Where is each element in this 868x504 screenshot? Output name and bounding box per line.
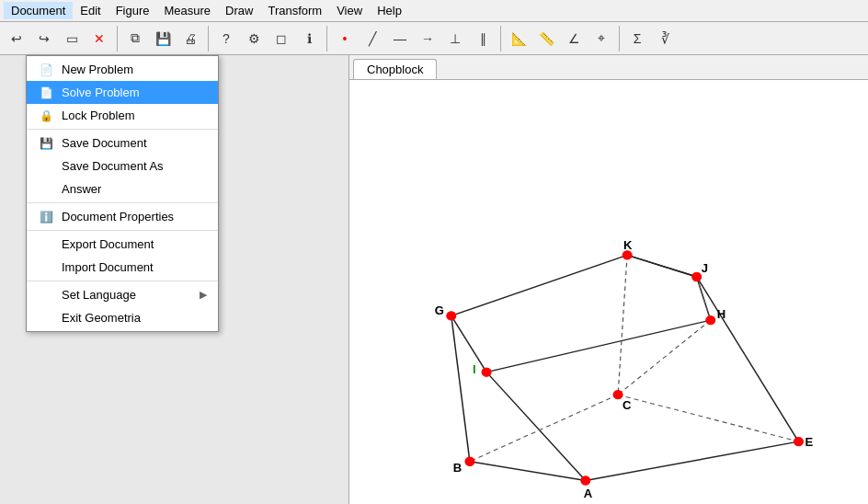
menu-figure[interactable]: Figure xyxy=(108,2,157,19)
svg-point-17 xyxy=(465,457,474,465)
geometry-canvas: A B C E G H I J K xyxy=(349,80,868,503)
svg-line-5 xyxy=(451,315,470,461)
doc-icon: 📄 xyxy=(38,63,54,76)
svg-text:B: B xyxy=(453,462,462,475)
svg-text:E: E xyxy=(805,436,814,449)
svg-text:A: A xyxy=(584,488,592,501)
svg-line-4 xyxy=(451,255,627,315)
solve-icon: 📄 xyxy=(38,86,54,99)
toolbar-calc2[interactable]: ∛ xyxy=(652,26,678,52)
svg-line-6 xyxy=(451,315,486,372)
svg-point-20 xyxy=(447,312,456,320)
svg-text:G: G xyxy=(435,304,444,317)
left-panel: 📄 New Problem 📄 Solve Problem 🔒 Lock Pro… xyxy=(0,55,349,504)
toolbar-parallel[interactable]: ∥ xyxy=(470,26,496,52)
menu-item-export-document[interactable]: Export Document xyxy=(27,233,218,256)
menu-item-document-properties[interactable]: ℹ️ Document Properties xyxy=(27,205,218,228)
tab-chopblock[interactable]: Chopblock xyxy=(353,59,437,79)
svg-line-13 xyxy=(618,395,798,441)
menu-item-answer[interactable]: Answer xyxy=(27,178,218,200)
menu-help[interactable]: Help xyxy=(370,2,409,19)
toolbar-point[interactable]: • xyxy=(332,26,358,52)
svg-point-22 xyxy=(482,368,491,376)
menu-item-save-document-as[interactable]: Save Document As xyxy=(27,155,218,178)
toolbar-copy[interactable]: ⧉ xyxy=(122,26,148,52)
toolbar-construct[interactable]: ⚙ xyxy=(241,26,267,52)
svg-point-21 xyxy=(706,315,715,324)
svg-text:H: H xyxy=(717,309,725,322)
svg-line-1 xyxy=(586,441,799,480)
toolbar-measure1[interactable]: 📐 xyxy=(506,26,531,52)
svg-line-8 xyxy=(486,320,711,372)
svg-point-24 xyxy=(622,251,632,259)
svg-point-19 xyxy=(794,437,803,445)
menu-item-solve-problem[interactable]: 📄 Solve Problem xyxy=(27,81,218,104)
toolbar-info[interactable]: ℹ xyxy=(296,26,322,52)
toolbar: ↩ ↪ ▭ ✕ ⧉ 💾 🖨 ? ⚙ ◻ ℹ • ╱ — → ⊥ ∥ 📐 📏 ∠ … xyxy=(0,22,868,55)
menu-item-import-document[interactable]: Import Document xyxy=(27,256,218,279)
svg-line-9 xyxy=(697,277,711,320)
svg-text:J: J xyxy=(702,263,708,276)
svg-text:I: I xyxy=(473,363,476,376)
submenu-arrow-icon: ▶ xyxy=(200,289,207,301)
svg-point-16 xyxy=(581,476,590,485)
toolbar-measure4[interactable]: ⌖ xyxy=(588,26,614,52)
right-panel: Chopblock xyxy=(349,55,868,504)
toolbar-help[interactable]: ? xyxy=(213,26,239,52)
svg-line-2 xyxy=(697,277,799,441)
save-icon: 💾 xyxy=(38,137,54,150)
toolbar-measure3[interactable]: ∠ xyxy=(561,26,587,52)
menu-edit[interactable]: Edit xyxy=(73,2,108,19)
svg-line-10 xyxy=(627,255,697,277)
toolbar-pointer[interactable]: ▭ xyxy=(59,26,85,52)
menu-item-set-language[interactable]: Set Language ▶ xyxy=(27,283,218,306)
toolbar-redo[interactable]: ↪ xyxy=(31,26,57,52)
toolbar-delete[interactable]: ✕ xyxy=(86,26,112,52)
tab-bar: Chopblock xyxy=(349,55,868,80)
menu-measure[interactable]: Measure xyxy=(157,2,219,19)
svg-line-0 xyxy=(470,462,586,481)
svg-point-18 xyxy=(613,390,622,398)
svg-line-11 xyxy=(618,255,627,395)
menu-item-lock-problem[interactable]: 🔒 Lock Problem xyxy=(27,104,218,127)
menu-document[interactable]: Document xyxy=(4,2,73,19)
lock-icon: 🔒 xyxy=(38,109,54,122)
svg-line-12 xyxy=(470,395,618,462)
toolbar-print[interactable]: 🖨 xyxy=(177,26,203,52)
info-icon: ℹ️ xyxy=(38,211,54,223)
toolbar-line[interactable]: ╱ xyxy=(360,26,385,52)
toolbar-perp[interactable]: ⊥ xyxy=(442,26,468,52)
menu-item-exit-geometria[interactable]: Exit Geometria xyxy=(27,306,218,329)
toolbar-segment[interactable]: — xyxy=(387,26,413,52)
toolbar-undo[interactable]: ↩ xyxy=(4,26,29,52)
toolbar-save[interactable]: 💾 xyxy=(150,26,176,52)
svg-text:K: K xyxy=(623,239,633,252)
main-area: 📄 New Problem 📄 Solve Problem 🔒 Lock Pro… xyxy=(0,55,868,504)
menu-view[interactable]: View xyxy=(329,2,370,19)
svg-text:C: C xyxy=(622,400,631,413)
menubar: Document Edit Figure Measure Draw Transf… xyxy=(0,0,868,22)
document-dropdown-menu: 📄 New Problem 📄 Solve Problem 🔒 Lock Pro… xyxy=(26,55,219,332)
toolbar-measure2[interactable]: 📏 xyxy=(533,26,559,52)
menu-item-new-problem[interactable]: 📄 New Problem xyxy=(27,58,218,81)
svg-point-23 xyxy=(692,272,702,281)
menu-item-save-document[interactable]: 💾 Save Document xyxy=(27,132,218,155)
toolbar-ray[interactable]: → xyxy=(415,26,440,52)
toolbar-3d[interactable]: ◻ xyxy=(268,26,294,52)
toolbar-calc1[interactable]: Σ xyxy=(624,26,650,52)
svg-line-7 xyxy=(486,372,586,481)
menu-draw[interactable]: Draw xyxy=(218,2,260,19)
canvas-area[interactable]: A B C E G H I J K xyxy=(349,80,868,503)
menu-transform[interactable]: Transform xyxy=(260,2,329,19)
